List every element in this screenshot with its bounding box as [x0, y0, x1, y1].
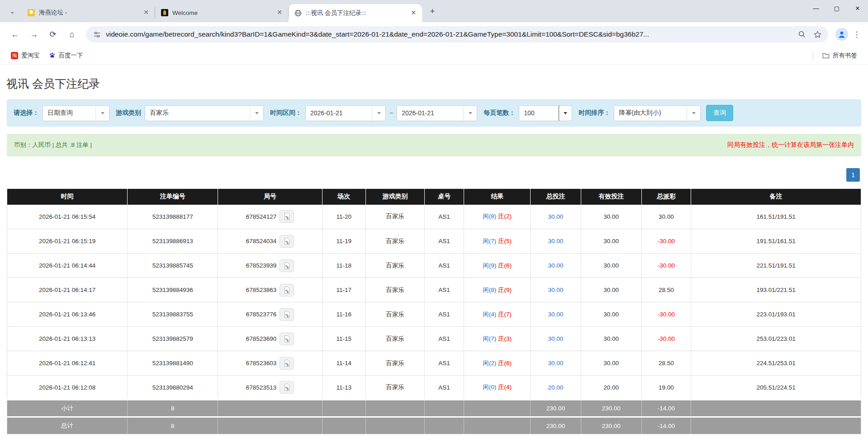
round-id-text: 678523603 [246, 360, 277, 367]
game-type-select[interactable]: 百家乐 [145, 105, 264, 121]
chevron-down-icon[interactable] [463, 106, 477, 121]
result-banker: 庄(5) [498, 238, 512, 245]
minimize-button[interactable]: — [806, 0, 826, 16]
result-player: 闲(0) [483, 384, 496, 390]
bookmark-star-icon[interactable] [813, 30, 822, 39]
header-payout: 总派彩 [641, 189, 691, 205]
tab-close-icon[interactable]: ✕ [275, 9, 284, 17]
home-icon[interactable]: ⌂ [64, 27, 80, 42]
total-bet-link[interactable]: 30.00 [548, 335, 564, 342]
tab-forum[interactable]: 海燕论坛 - ✕ [22, 7, 155, 18]
site-settings-icon[interactable] [92, 30, 101, 39]
close-button[interactable]: ✕ [847, 0, 868, 16]
cell-round-id: 678524127 [218, 205, 322, 229]
cell-game-type: 百家乐 [365, 205, 424, 229]
video-replay-icon[interactable] [280, 357, 294, 370]
total-bet-link[interactable]: 30.00 [548, 262, 564, 269]
cell-game-type: 百家乐 [365, 302, 424, 327]
total-bet-link[interactable]: 30.00 [548, 360, 564, 367]
baidu-paw-icon [49, 52, 56, 59]
table-row: 2026-01-21 06:15:54523139888177678524127… [7, 205, 861, 229]
total-bet-link[interactable]: 30.00 [548, 287, 564, 293]
date-end-value: 2026-01-21 [397, 106, 463, 121]
cell-round-id: 678524034 [218, 229, 322, 254]
chevron-down-icon[interactable] [372, 106, 385, 121]
round-id-text: 678523690 [246, 335, 277, 342]
cell-table-no: AS1 [425, 376, 464, 400]
new-tab-button[interactable]: + [426, 5, 439, 18]
filter-panel: 请选择： 日期查询 游戏类别 百家乐 时间区间： 2026-01-21 ~ 20… [7, 99, 861, 127]
result-player: 闲(8) [483, 213, 496, 220]
total-bet-link[interactable]: 20.00 [548, 384, 564, 391]
video-replay-icon[interactable] [280, 333, 294, 345]
cell-total-bet: 30.00 [531, 205, 581, 229]
video-replay-icon[interactable] [280, 308, 294, 321]
query-type-select[interactable]: 日期查询 [43, 105, 109, 121]
table-body: 2026-01-21 06:15:54523139888177678524127… [7, 205, 861, 400]
cell-time: 2026-01-21 06:15:19 [7, 229, 128, 254]
table-row: 2026-01-21 06:15:19523139886913678524034… [7, 229, 861, 254]
bookmark-label: 爱淘宝 [21, 52, 40, 60]
page-content: 视讯 会员下注纪录 请选择： 日期查询 游戏类别 百家乐 时间区间： 2026-… [0, 76, 868, 442]
table-row: 2026-01-21 06:12:41523139881490678523603… [7, 351, 861, 376]
browser-menu-icon[interactable]: ⋮ [851, 27, 863, 42]
bookmark-aitaobao[interactable]: 淘 爱淘宝 [6, 49, 44, 62]
bookmark-baidu[interactable]: 百度一下 [44, 49, 88, 62]
subtotal-payout: -14.00 [641, 400, 691, 417]
search-button[interactable]: 查询 [706, 105, 733, 121]
cell-payout: -30.00 [641, 229, 691, 254]
video-replay-icon[interactable] [280, 259, 294, 272]
cell-note: 205.51/224.51 [691, 376, 861, 400]
cell-note: 161.51/191.51 [691, 205, 861, 229]
tab-close-icon[interactable]: ✕ [142, 9, 150, 17]
video-replay-icon[interactable] [280, 381, 294, 394]
video-replay-icon[interactable] [280, 235, 294, 248]
tab-title: 海燕论坛 - [39, 9, 142, 17]
all-bookmarks-button[interactable]: 所有书签 [818, 49, 862, 62]
video-replay-icon[interactable] [280, 284, 294, 296]
cell-result: 闲(0) 庄(4) [464, 376, 531, 400]
page-1-button[interactable]: 1 [846, 168, 860, 182]
back-icon[interactable]: ← [7, 27, 23, 42]
date-start-input[interactable]: 2026-01-21 [305, 105, 386, 121]
per-page-label: 每页笔数： [484, 109, 515, 117]
divider [813, 51, 813, 60]
tab-close-icon[interactable]: ✕ [409, 9, 417, 17]
header-result: 结果 [464, 189, 531, 205]
valid-bet-notice: 同局有效投注，统一计算在该局第一张注单内 [727, 141, 854, 149]
cell-game-type: 百家乐 [365, 351, 424, 376]
tab-search-chevron-icon[interactable]: ⌄ [5, 4, 20, 19]
cell-total-bet: 30.00 [531, 278, 581, 302]
header-time: 时间 [7, 189, 128, 205]
cell-time: 2026-01-21 06:12:08 [7, 376, 128, 400]
header-valid-bet: 有效投注 [581, 189, 641, 205]
zoom-icon[interactable] [797, 30, 806, 39]
address-bar[interactable]: videoie.com/game/betrecord_search/kind3?… [86, 26, 828, 42]
total-total-bet: 230.00 [531, 417, 581, 434]
total-bet-link[interactable]: 30.00 [548, 311, 564, 318]
reload-icon[interactable]: ⟳ [45, 27, 61, 42]
chevron-down-icon[interactable] [687, 106, 700, 121]
round-id-text: 678524127 [246, 213, 277, 220]
url-text[interactable]: videoie.com/game/betrecord_search/kind3?… [106, 30, 794, 38]
chevron-down-icon[interactable] [95, 106, 109, 121]
maximize-button[interactable]: ▢ [826, 0, 847, 16]
chevron-down-icon[interactable] [250, 106, 263, 121]
date-end-input[interactable]: 2026-01-21 [397, 105, 477, 121]
tab-bet-record-active[interactable]: :::视讯 会员下注纪录::: ✕ [289, 4, 422, 22]
cell-payout: 28.50 [641, 351, 691, 376]
chevron-down-icon[interactable] [559, 105, 572, 121]
cell-bet-id: 523139882579 [128, 327, 218, 351]
per-page-input[interactable]: 100 [519, 105, 572, 121]
total-bet-link[interactable]: 30.00 [548, 238, 564, 245]
forward-icon[interactable]: → [26, 27, 42, 42]
tab-welcome[interactable]: Welcome ✕ [155, 7, 289, 18]
video-replay-icon[interactable] [280, 210, 294, 223]
sort-value: 降幂(由大到小) [614, 106, 687, 121]
total-bet-link[interactable]: 30.00 [548, 213, 564, 220]
profile-avatar[interactable] [835, 28, 848, 41]
sort-select[interactable]: 降幂(由大到小) [614, 105, 701, 121]
cell-bet-id: 523139885745 [128, 254, 218, 278]
page-title: 视讯 会员下注纪录 [6, 76, 868, 91]
cell-bet-id: 523139883755 [128, 302, 218, 327]
